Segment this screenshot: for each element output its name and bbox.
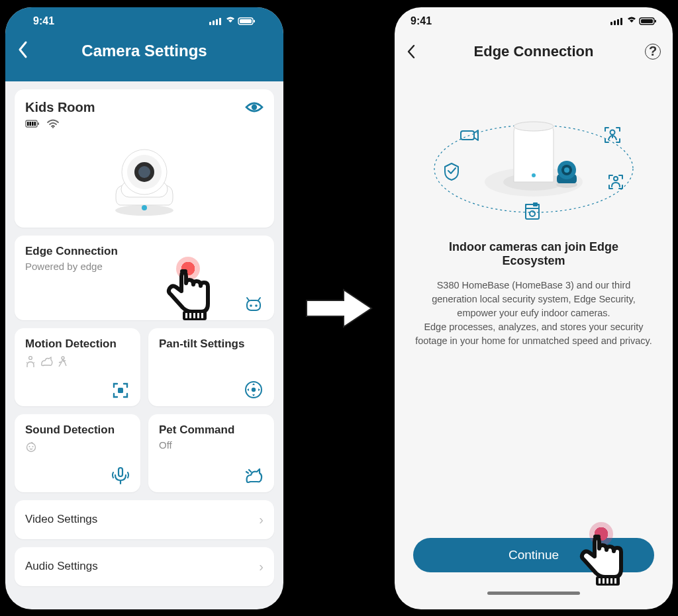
svg-point-32 [62, 357, 64, 359]
pan-tilt-icon [244, 380, 264, 400]
back-button[interactable] [17, 40, 28, 59]
svg-rect-64 [599, 578, 601, 584]
svg-rect-68 [614, 578, 616, 584]
page-title: Edge Connection [474, 43, 594, 60]
tile-motion-detection[interactable]: Motion Detection [15, 328, 140, 406]
content: Kids Room [5, 81, 283, 609]
walking-icon [57, 356, 68, 368]
svg-point-36 [27, 443, 36, 451]
svg-rect-41 [614, 21, 616, 25]
tile-pan-tilt-settings[interactable]: Pan-tilt Settings [148, 328, 274, 406]
svg-rect-39 [119, 468, 122, 476]
svg-rect-67 [610, 578, 612, 584]
status-bar: 9:41 [17, 7, 271, 35]
person-icon [25, 356, 36, 368]
status-bar: 9:41 [395, 7, 673, 35]
camera-illustration [25, 128, 264, 222]
status-time: 9:41 [411, 15, 432, 27]
tile-subtitle: Powered by edge [25, 261, 264, 272]
ai-robot-icon [244, 296, 264, 314]
edge-illustration [395, 68, 673, 228]
svg-rect-0 [209, 22, 211, 25]
eye-icon[interactable] [245, 101, 264, 114]
svg-rect-66 [606, 578, 608, 584]
svg-point-23 [250, 304, 252, 307]
svg-point-20 [138, 166, 150, 178]
row-video-settings[interactable]: Video Settings › [15, 500, 274, 539]
status-time: 9:41 [33, 15, 54, 27]
device-name: Kids Room [25, 100, 95, 115]
continue-label: Continue [508, 548, 559, 562]
transition-arrow [299, 282, 379, 335]
svg-rect-63 [596, 576, 620, 586]
svg-point-51 [532, 173, 536, 177]
svg-rect-42 [617, 19, 619, 25]
svg-point-21 [142, 205, 147, 210]
topbar: Edge Connection ? [395, 35, 673, 68]
battery-icon [25, 119, 40, 128]
svg-rect-2 [216, 19, 218, 25]
tile-sound-detection[interactable]: Sound Detection [15, 414, 140, 492]
back-button[interactable] [407, 44, 416, 60]
chevron-right-icon: › [259, 512, 264, 527]
svg-rect-5 [240, 19, 252, 23]
svg-rect-45 [641, 19, 653, 23]
svg-point-62 [610, 130, 615, 134]
tile-title: Sound Detection [25, 423, 130, 437]
phone-camera-settings: 9:41 Camera Settings [5, 7, 283, 609]
tile-edge-connection[interactable]: Edge Connection Powered by edge [15, 236, 274, 320]
tile-title: Edge Connection [25, 245, 264, 258]
row-label: Audio Settings [25, 560, 98, 573]
svg-point-31 [29, 356, 32, 359]
phone-edge-connection: 9:41 Edge Connection ? [395, 7, 673, 609]
microphone-icon [111, 466, 130, 486]
svg-rect-12 [34, 122, 36, 126]
help-button[interactable]: ? [645, 44, 661, 60]
svg-rect-11 [32, 122, 34, 126]
tile-title: Motion Detection [25, 337, 130, 351]
device-card: Kids Room [15, 89, 274, 228]
headline: Indoor cameras can join Edge Ecosystem [395, 228, 673, 268]
svg-rect-40 [610, 22, 612, 25]
svg-rect-65 [603, 578, 605, 584]
row-audio-settings[interactable]: Audio Settings › [15, 547, 274, 586]
svg-point-35 [252, 387, 256, 391]
svg-point-24 [255, 304, 258, 307]
svg-point-61 [614, 177, 618, 181]
svg-point-14 [52, 126, 54, 128]
svg-rect-43 [620, 18, 622, 25]
svg-rect-1 [213, 21, 215, 25]
svg-rect-46 [655, 20, 656, 22]
tile-pet-command[interactable]: Pet Command Off [148, 414, 274, 492]
svg-rect-9 [27, 122, 29, 126]
body-text: S380 HomeBase (HomeBase 3) and our third… [395, 268, 673, 348]
svg-rect-3 [219, 18, 221, 25]
svg-rect-56 [461, 131, 474, 140]
svg-rect-33 [118, 388, 123, 393]
svg-point-37 [29, 446, 30, 447]
tile-title: Pan-tilt Settings [159, 337, 264, 351]
row-label: Video Settings [25, 513, 97, 526]
tile-title: Pet Command [159, 423, 264, 437]
status-indicators [209, 17, 256, 26]
svg-point-7 [252, 105, 257, 110]
svg-point-59 [530, 211, 535, 216]
svg-rect-6 [254, 20, 255, 22]
svg-point-38 [32, 446, 34, 447]
pet-outline-icon [40, 356, 53, 368]
home-indicator [487, 592, 580, 595]
wifi-icon [46, 119, 60, 128]
header: 9:41 Camera Settings [5, 7, 283, 81]
svg-rect-22 [247, 300, 260, 310]
svg-point-55 [564, 167, 569, 173]
chevron-right-icon: › [259, 559, 264, 574]
baby-icon [25, 441, 130, 453]
pet-icon [244, 467, 264, 486]
focus-zone-icon [111, 381, 130, 400]
svg-rect-13 [38, 122, 39, 125]
page-title: Camera Settings [81, 42, 207, 60]
status-indicators [610, 17, 657, 26]
continue-button[interactable]: Continue [413, 538, 654, 572]
tile-subtitle: Off [159, 439, 264, 451]
svg-point-50 [514, 122, 554, 131]
